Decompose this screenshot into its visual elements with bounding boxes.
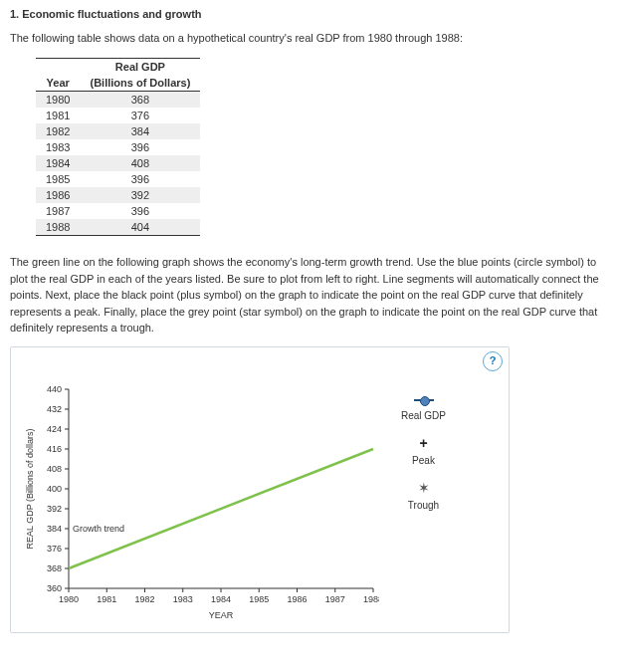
cell-year: 1980 [36,92,80,109]
svg-text:432: 432 [47,404,62,414]
svg-text:1986: 1986 [287,594,307,604]
legend-realgdp-label: Real GDP [401,410,446,421]
svg-text:416: 416 [47,444,62,454]
cell-year: 1982 [36,123,80,139]
cell-gdp: 396 [80,203,200,219]
cell-year: 1985 [36,171,80,187]
col-header-gdp-b: (Billions of Dollars) [80,75,200,92]
svg-text:440: 440 [47,384,62,394]
svg-text:368: 368 [47,563,62,573]
cell-year: 1984 [36,155,80,171]
cell-year: 1987 [36,203,80,219]
table-row: 1981376 [36,108,200,123]
legend-trough-icon[interactable]: ✶ [401,480,446,496]
table-row: 1984408 [36,155,200,171]
cell-gdp: 396 [80,139,200,155]
svg-text:1984: 1984 [211,594,231,604]
legend: Real GDP + Peak ✶ Trough [401,395,446,525]
svg-text:1983: 1983 [173,594,193,604]
cell-gdp: 404 [80,219,200,236]
cell-year: 1981 [36,108,80,123]
chart-svg[interactable]: 3603683763843924004084164244324401980198… [21,383,379,622]
cell-gdp: 396 [80,171,200,187]
legend-peak-label: Peak [401,455,446,466]
table-row: 1988404 [36,219,200,236]
table-row: 1983396 [36,139,200,155]
col-header-gdp-a: Real GDP [80,59,200,76]
svg-text:1985: 1985 [249,594,269,604]
svg-text:360: 360 [47,583,62,593]
cell-gdp: 408 [80,155,200,171]
svg-text:YEAR: YEAR [209,610,234,620]
legend-realgdp-icon[interactable] [401,395,446,406]
cell-gdp: 392 [80,187,200,203]
table-row: 1985396 [36,171,200,187]
intro-text: The following table shows data on a hypo… [10,32,612,44]
legend-peak-icon[interactable]: + [401,435,446,451]
svg-text:REAL GDP (Billions of dollars): REAL GDP (Billions of dollars) [25,428,35,549]
cell-year: 1986 [36,187,80,203]
col-header-year: Year [36,75,80,92]
help-button[interactable]: ? [483,351,503,371]
svg-text:1988: 1988 [363,594,379,604]
svg-text:376: 376 [47,544,62,554]
page-title: 1. Economic fluctuations and growth [10,8,612,20]
svg-text:384: 384 [47,524,62,534]
svg-text:424: 424 [47,424,62,434]
svg-text:Growth trend: Growth trend [73,524,124,534]
cell-gdp: 376 [80,108,200,123]
svg-text:1981: 1981 [97,594,116,604]
svg-text:1982: 1982 [134,594,154,604]
cell-year: 1988 [36,219,80,236]
svg-text:400: 400 [47,484,62,494]
table-row: 1980368 [36,92,200,109]
table-row: 1986392 [36,187,200,203]
cell-gdp: 368 [80,92,200,109]
svg-text:408: 408 [47,464,62,474]
svg-text:392: 392 [47,504,62,514]
table-row: 1982384 [36,123,200,139]
cell-year: 1983 [36,139,80,155]
table-row: 1987396 [36,203,200,219]
instructions-text: The green line on the following graph sh… [10,254,612,336]
graph-card: ? 36036837638439240040841642443244019801… [10,346,510,633]
svg-text:1980: 1980 [59,594,79,604]
cell-gdp: 384 [80,123,200,139]
gdp-table: Real GDP Year (Billions of Dollars) 1980… [36,58,200,236]
legend-trough-label: Trough [401,500,446,511]
svg-text:1987: 1987 [325,594,345,604]
